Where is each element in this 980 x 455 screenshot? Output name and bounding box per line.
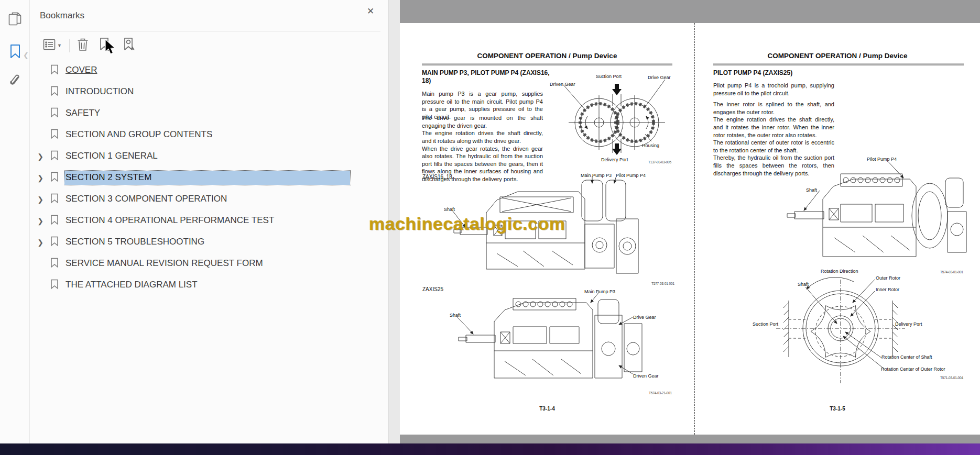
bookmark-label: INTRODUCTION bbox=[64, 85, 137, 99]
expand-chevron-icon[interactable]: ❯ bbox=[37, 152, 44, 161]
panel-divider bbox=[40, 31, 380, 31]
trash-icon bbox=[77, 38, 89, 53]
expand-chevron-icon[interactable]: ❯ bbox=[37, 238, 44, 247]
chevron-down-icon: ▼ bbox=[57, 43, 62, 48]
bookmarks-panel-button[interactable] bbox=[7, 44, 24, 61]
attachments-button[interactable] bbox=[7, 73, 24, 90]
zaxis25-pump-section-figure bbox=[446, 294, 671, 389]
header-rule bbox=[422, 63, 672, 65]
bookmark-label: SECTION 4 OPERATIONAL PERFORMANCE TEST bbox=[64, 214, 277, 228]
bookmark-item-section-5-troubleshooting[interactable]: ❯ SECTION 5 TROUBLESHOOTING bbox=[30, 231, 388, 253]
caption-zaxis16-18: ZAXIS16, 18 bbox=[422, 174, 452, 180]
bookmark-ribbon-icon bbox=[50, 86, 59, 98]
bookmark-locate-icon bbox=[123, 37, 136, 54]
paragraph-line: The rotational center of outer rotor is … bbox=[713, 139, 834, 154]
expand-chevron-icon[interactable]: ❯ bbox=[37, 174, 44, 182]
bookmark-item-cover[interactable]: COVER bbox=[30, 60, 388, 81]
bookmark-item-introduction[interactable]: INTRODUCTION bbox=[30, 81, 388, 103]
page-number: T3-1-5 bbox=[695, 406, 980, 412]
label-rotation-direction: Rotation Direction bbox=[821, 269, 858, 274]
bookmarks-toolbar: ▼ bbox=[40, 37, 139, 54]
page-header: COMPONENT OPERATION / Pump Device bbox=[400, 52, 694, 60]
bookmark-ribbon-icon bbox=[50, 236, 59, 249]
toolbar-separator bbox=[69, 39, 70, 52]
navigation-tool-strip: ❮ bbox=[0, 0, 30, 443]
bookmark-options-button[interactable]: ▼ bbox=[40, 37, 65, 54]
gear-pump-figure bbox=[558, 80, 671, 158]
trochoid-rotor-figure bbox=[745, 275, 965, 401]
paragraph-line: The inner rotor is splined to the shaft,… bbox=[713, 101, 834, 116]
bookmark-label: THE ATTACHED DIAGRAM LIST bbox=[64, 278, 201, 292]
bookmark-label: SECTION 3 COMPONENT OPERATION bbox=[64, 192, 230, 206]
bookmark-ribbon-icon bbox=[50, 279, 59, 292]
bookmark-ribbon-icon bbox=[50, 150, 59, 163]
bookmark-icon bbox=[9, 44, 21, 61]
bookmark-item-safety[interactable]: SAFETY bbox=[30, 103, 388, 124]
acrobat-window: ❮ Bookmarks ✕ bbox=[0, 0, 980, 455]
mouse-cursor bbox=[104, 39, 117, 58]
expand-current-bookmark-button[interactable] bbox=[120, 37, 139, 54]
bookmark-ribbon-icon bbox=[50, 64, 59, 77]
expand-chevron-icon[interactable]: ❯ bbox=[37, 217, 44, 225]
paperclip-icon bbox=[9, 73, 21, 90]
page-header: COMPONENT OPERATION / Pump Device bbox=[695, 52, 980, 60]
close-panel-button[interactable]: ✕ bbox=[364, 4, 377, 18]
page-number: T3-1-4 bbox=[400, 406, 694, 412]
section-heading: MAIN PUMP P3, PILOT PUMP P4 (ZAXIS16, 18… bbox=[422, 69, 550, 85]
bookmark-label: SECTION AND GROUP CONTENTS bbox=[64, 128, 215, 142]
taskbar-edge bbox=[0, 443, 980, 455]
bookmark-item-section-and-group-contents[interactable]: SECTION AND GROUP CONTENTS bbox=[30, 124, 388, 146]
figure-number: T577-03-01-001 bbox=[651, 282, 674, 285]
paragraph-line: The engine rotation drives the shaft dir… bbox=[713, 116, 834, 139]
paragraph-group: The drive gear is mounted on the shaft e… bbox=[422, 114, 543, 183]
bookmark-ribbon-icon bbox=[50, 172, 59, 184]
bookmark-item-section-1-general[interactable]: ❯ SECTION 1 GENERAL bbox=[30, 146, 388, 167]
header-rule bbox=[713, 63, 964, 65]
bookmark-item-section-2-system[interactable]: ❯ SECTION 2 SYSTEM bbox=[30, 167, 388, 188]
bookmark-ribbon-icon bbox=[50, 258, 59, 270]
bookmark-list: COVER INTRODUCTION SAFETY SECTION AND GR… bbox=[30, 60, 388, 296]
paragraph: Pilot pump P4 is a trochoid pump, supply… bbox=[713, 82, 834, 97]
label-pilot-pump-p4: Pilot Pump P4 bbox=[867, 157, 897, 162]
paragraph-line: The engine rotation drives the shaft dir… bbox=[422, 129, 543, 145]
bookmark-ribbon-icon bbox=[50, 215, 59, 227]
pilot-pump-section-figure bbox=[772, 163, 978, 268]
expand-chevron-icon[interactable]: ❯ bbox=[37, 195, 44, 204]
label-main-pump-p3: Main Pump P3 bbox=[581, 173, 612, 178]
panel-collapse-chevron[interactable]: ❮ bbox=[23, 51, 29, 59]
paragraph-line: The drive gear is mounted on the shaft e… bbox=[422, 114, 543, 129]
figure-number: T574-03-01-001 bbox=[940, 270, 963, 274]
page-right-t3-1-5: COMPONENT OPERATION / Pump Device PILOT … bbox=[695, 23, 980, 435]
label-main-pump-p3: Main Pump P3 bbox=[584, 289, 615, 294]
bookmark-label: SECTION 1 GENERAL bbox=[64, 149, 161, 163]
bookmark-item-service-manual-revision-request-form[interactable]: SERVICE MANUAL REVISION REQUEST FORM bbox=[30, 253, 388, 274]
bookmark-ribbon-icon bbox=[50, 107, 59, 120]
label-pilot-pump-p4: Pilot Pump P4 bbox=[616, 173, 646, 178]
section-heading: PILOT PUMP P4 (ZAXIS25) bbox=[713, 69, 850, 77]
figure-number: T137-03-03-005 bbox=[648, 160, 671, 164]
options-list-icon bbox=[43, 39, 56, 52]
bookmark-label: SECTION 2 SYSTEM bbox=[64, 171, 350, 185]
bookmark-label: COVER bbox=[64, 63, 100, 77]
figure-number: T574-03-21-001 bbox=[649, 391, 672, 395]
bookmark-label: SECTION 5 TROUBLESHOOTING bbox=[64, 235, 208, 249]
page-thumbnails-icon bbox=[8, 12, 22, 28]
bookmarks-panel: Bookmarks ✕ ▼ bbox=[30, 0, 388, 443]
bookmark-label: SAFETY bbox=[64, 106, 103, 120]
bookmarks-panel-title: Bookmarks bbox=[40, 10, 84, 21]
label-suction-port: Suction Port bbox=[596, 74, 622, 79]
bookmark-ribbon-icon bbox=[50, 129, 59, 141]
page-thumbnails-button[interactable] bbox=[7, 12, 24, 28]
bookmark-ribbon-icon bbox=[50, 193, 59, 206]
bookmark-item-section-3-component-operation[interactable]: ❯ SECTION 3 COMPONENT OPERATION bbox=[30, 188, 388, 210]
delete-bookmark-button[interactable] bbox=[74, 37, 92, 54]
bookmark-item-section-4-operational-performance-test[interactable]: ❯ SECTION 4 OPERATIONAL PERFORMANCE TEST bbox=[30, 210, 388, 231]
bookmark-label: SERVICE MANUAL REVISION REQUEST FORM bbox=[64, 257, 266, 271]
bookmark-item-the-attached-diagram-list[interactable]: THE ATTACHED DIAGRAM LIST bbox=[30, 274, 388, 296]
caption-zaxis25: ZAXIS25 bbox=[422, 286, 443, 292]
site-watermark: machinecatalogic.com bbox=[369, 214, 565, 234]
